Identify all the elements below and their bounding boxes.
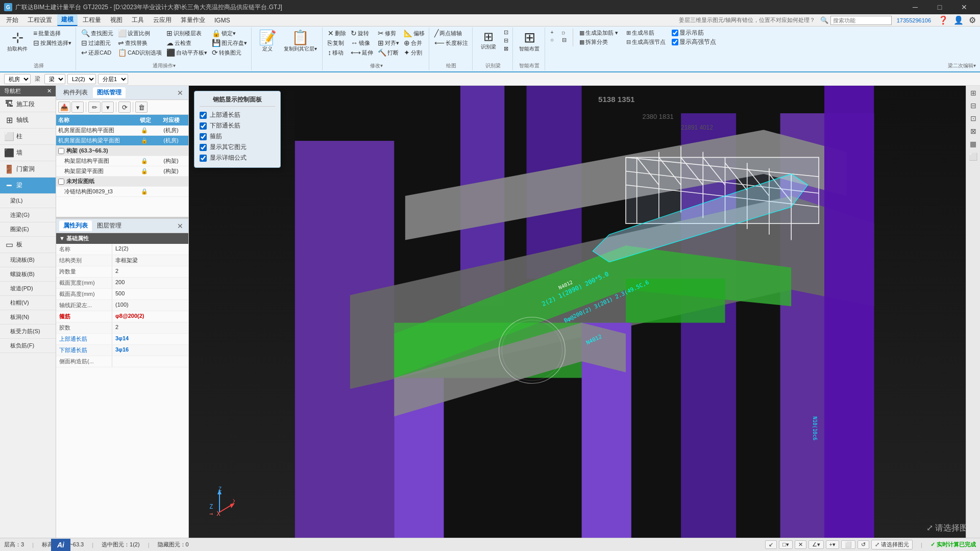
nav-subitem-slab-hole[interactable]: 板洞(N) (0, 310, 56, 324)
drawing-dropdown-btn[interactable]: ▾ (71, 102, 84, 113)
rt-btn-4[interactable]: ⊠ (967, 125, 979, 137)
close-button[interactable]: ✕ (952, 0, 976, 14)
group2-checkbox[interactable] (58, 179, 64, 185)
settings-icon[interactable]: ⚙ (967, 15, 978, 25)
menu-cloud[interactable]: 云应用 (149, 15, 176, 26)
props-panel-close[interactable]: ✕ (175, 222, 185, 230)
nav-item-door-window[interactable]: 🚪 门窗洞 (0, 161, 56, 178)
show-high-check[interactable] (672, 39, 678, 45)
ribbon-btn-batch-select[interactable]: ≡批量选择 (31, 29, 74, 38)
drawing-refresh-btn[interactable]: ⟳ (118, 102, 131, 113)
tab-component-list[interactable]: 构件列表 (59, 87, 92, 98)
ribbon-btn-lock[interactable]: 🔒锁定▾ (210, 29, 249, 38)
nav-subitem-beam-g[interactable]: 连梁(G) (0, 208, 56, 222)
nav-subitem-rebar-s[interactable]: 板受力筋(S) (0, 324, 56, 339)
drawing-edit-btn[interactable]: ✏ (88, 102, 101, 113)
rebar-check-bot[interactable]: 下部通长筋 (200, 120, 275, 131)
ribbon-btn-identify-floor[interactable]: ⊞识别楼层表 (164, 29, 209, 38)
rebar-check-top[interactable]: 上部通长筋 (200, 110, 275, 120)
ribbon-btn-dim2[interactable]: ⊟ (560, 36, 569, 44)
rt-btn-1[interactable]: ⊞ (967, 87, 979, 99)
ribbon-btn-filter[interactable]: ⊟过滤图元 (79, 38, 115, 47)
ribbon-btn-add[interactable]: + (548, 29, 556, 36)
ribbon-btn-gen-rib1[interactable]: ▦生成染加筋 ▾ (577, 29, 620, 37)
ribbon-btn-find-replace[interactable]: ⇌查找替换 (116, 38, 164, 47)
nav-item-stage[interactable]: 🏗 施工段 (0, 96, 56, 112)
ribbon-btn-gen-high[interactable]: ⊟生成高强节点 (624, 38, 668, 46)
nav-item-slab[interactable]: ▭ 板 (0, 237, 56, 253)
menu-tools[interactable]: 工具 (128, 15, 148, 26)
menu-view[interactable]: 视图 (106, 15, 127, 26)
ribbon-btn-extend[interactable]: ⟷延伸 (349, 48, 375, 57)
ribbon-btn-rotate[interactable]: ↻旋转 (349, 29, 375, 38)
status-tool-rect[interactable]: □▾ (779, 540, 793, 549)
drawing-group-2[interactable]: 未对应图纸 (56, 177, 188, 187)
menu-quantities[interactable]: 工程量 (79, 15, 105, 26)
layer-select[interactable]: 分层1 (98, 74, 128, 84)
nav-item-axis[interactable]: ⊞ 轴线 (0, 112, 56, 129)
element-type-select[interactable]: 梁 (44, 74, 65, 84)
user-icon[interactable]: 👤 (951, 15, 966, 25)
ribbon-btn-cad-options[interactable]: 📋CAD识别选项 (116, 48, 164, 57)
ribbon-btn-find[interactable]: 🔍查找图元 (79, 29, 115, 38)
ribbon-btn-merge[interactable]: ⊕合并 (402, 38, 427, 47)
search-input[interactable] (830, 16, 892, 25)
tab-attrs[interactable]: 属性列表 (59, 220, 92, 231)
ribbon-btn-delete[interactable]: ✕删除 (326, 29, 348, 38)
ribbon-btn-two-point-axis[interactable]: ╱两点辅轴 (432, 29, 470, 38)
nav-subitem-beam-e[interactable]: 圈梁(E) (0, 222, 56, 237)
help-icon[interactable]: ❓ (936, 15, 950, 25)
status-tool-1[interactable]: ↙ (765, 540, 777, 549)
maximize-button[interactable]: □ (928, 0, 951, 14)
ribbon-btn-identify-beam[interactable]: ⊞ 识别梁 (476, 29, 501, 53)
ribbon-btn-split[interactable]: ✦分割 (402, 48, 427, 57)
ribbon-btn-smart-layout[interactable]: ⊞ 智能布置 (516, 29, 543, 55)
ribbon-btn-move[interactable]: ↕移动 (326, 48, 348, 57)
rt-btn-2[interactable]: ⊟ (967, 99, 979, 112)
ribbon-btn-gen-stirrup[interactable]: ⊞生成吊筋 (624, 29, 668, 37)
nav-subitem-ramp[interactable]: 坡道(PD) (0, 282, 56, 296)
element-name-select[interactable]: L2(2) (67, 74, 96, 84)
minimize-button[interactable]: ─ (903, 0, 927, 14)
status-expand[interactable]: ⤢ 请选择图元 (871, 540, 913, 549)
group1-checkbox[interactable] (58, 148, 64, 154)
show-stirrup-check[interactable] (672, 30, 678, 36)
ribbon-btn-id1[interactable]: ⊡ (502, 29, 510, 36)
nav-item-wall[interactable]: ⬛ 墙 (0, 145, 56, 161)
ribbon-btn-dim1[interactable]: ⟥ (560, 29, 569, 36)
ribbon-btn-length-mark[interactable]: ⟵长度标注 (432, 38, 470, 47)
drawing-group-1[interactable]: 构架 (63.3~66.3) (56, 146, 188, 156)
status-tool-area[interactable]: ⬜ (841, 540, 855, 549)
nav-item-column[interactable]: ⬜ 柱 (0, 129, 56, 145)
menu-project-settings[interactable]: 工程设置 (23, 15, 56, 26)
status-tool-rotate[interactable]: ↺ (857, 540, 869, 549)
menu-start[interactable]: 开始 (2, 15, 22, 26)
level-select[interactable]: 机房 (4, 74, 31, 84)
drawing-item-4[interactable]: 构架层梁平面图 🔒 (构架) (56, 166, 188, 177)
nav-subitem-spiral-slab[interactable]: 螺旋板(B) (0, 267, 56, 282)
ribbon-btn-cloud-check[interactable]: ☁云检查 (164, 38, 209, 47)
drawing-delete-btn[interactable]: 🗑 (135, 102, 148, 113)
status-tool-angle[interactable]: ∠▾ (808, 540, 824, 549)
rebar-check-others[interactable]: 显示其它图元 (200, 142, 275, 153)
nav-item-beam[interactable]: ━ 梁 (0, 178, 56, 194)
ribbon-btn-id2[interactable]: ⊟ (502, 37, 510, 44)
rebar-check-formula[interactable]: 显示详细公式 (200, 153, 275, 163)
ribbon-btn-id3[interactable]: ⊠ (502, 45, 510, 53)
drawing-item-1[interactable]: 机房屋面层结构平面图 🔒 (机房) (56, 126, 188, 136)
ribbon-btn-convert[interactable]: ⟳转换图元 (210, 48, 249, 57)
nav-subitem-neg-bar[interactable]: 板负筋(F) (0, 339, 56, 353)
menu-build[interactable]: 建模 (57, 14, 78, 26)
ribbon-btn-copy-to[interactable]: 📋 复制到其它层▾ (281, 29, 320, 55)
rebar-check-stirrup[interactable]: 箍筋 (200, 131, 275, 142)
ribbon-btn-attr-select[interactable]: ⊟按属性选择▾ (31, 38, 74, 47)
ribbon-btn-store[interactable]: 💾图元存盘▾ (210, 38, 249, 47)
tab-drawing-mgmt[interactable]: 图纸管理 (93, 87, 126, 98)
rt-btn-3[interactable]: ⊡ (967, 112, 979, 124)
nav-subitem-cap[interactable]: 柱帽(V) (0, 296, 56, 310)
menu-calc[interactable]: 算量作业 (177, 15, 209, 26)
ribbon-btn-offset[interactable]: 📐偏移 (402, 29, 427, 38)
drawing-item-2[interactable]: 机房屋面层结构梁平面图 🔒 (机房) (56, 136, 188, 146)
nav-subitem-cast-slab[interactable]: 现浇板(B) (0, 253, 56, 267)
ribbon-btn-trim[interactable]: ✂修剪 (376, 29, 401, 38)
